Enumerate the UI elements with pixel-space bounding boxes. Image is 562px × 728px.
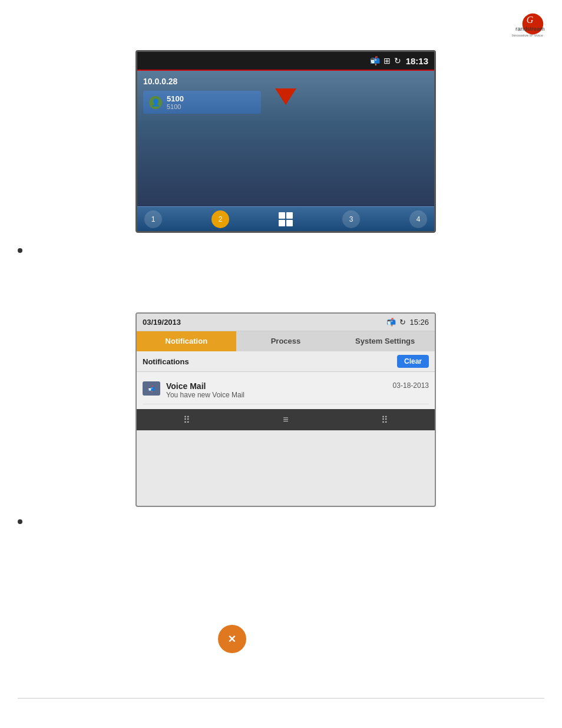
svg-text:randstream: randstream [515,25,544,32]
notif-subtitle: You have new Voice Mail [166,391,387,399]
notifications-title: Notifications [143,357,189,366]
nav-item-3[interactable]: 3 [342,210,360,228]
tab-notification[interactable]: Notification [137,331,236,351]
notification-body: 📬 Voice Mail You have new Voice Mail 03-… [137,372,435,409]
bottom-nav-dots-right[interactable]: ⠿ [381,414,388,426]
voicemail-icon-2: 📬 [386,318,396,327]
svg-text:G: G [527,15,534,25]
voicemail-notif-icon: 📬 [143,381,160,396]
status-bar-1: 📬 ⊞ ↻ 18:13 [137,52,434,71]
notification-header: Notifications Clear [137,351,435,372]
close-circle-icon[interactable]: × [218,625,246,653]
phone-screen-1: 📬 ⊞ ↻ 18:13 10.0.0.28 👤 5100 5100 1 2 3 … [135,50,436,233]
call-sub: 5100 [167,103,184,110]
bullet-area-2 [18,516,27,530]
voicemail-icon: 📬 [370,56,380,65]
bullet-dot-2 [18,519,22,524]
notif-date: 03-18-2013 [393,381,429,390]
arrow-indicator [275,88,296,105]
grandstream-logo: G randstream Innovative IP Voice & Video [497,11,544,43]
grid-icon: ⊞ [384,56,391,65]
call-number: 5100 [167,94,184,103]
nav-item-1[interactable]: 1 [144,210,162,228]
bottom-nav-menu[interactable]: ≡ [283,414,288,425]
notification-item-voicemail: 📬 Voice Mail You have new Voice Mail 03-… [143,377,429,404]
call-item: 👤 5100 5100 [143,91,261,114]
close-icon-area: × [218,625,246,653]
screen-body-1: 10.0.0.28 👤 5100 5100 [137,71,434,206]
close-x-symbol: × [229,631,236,647]
sync-icon: ↻ [394,56,401,65]
status-date: 03/19/2013 [143,318,181,327]
nav-item-4[interactable]: 4 [409,210,427,228]
tab-system-settings-label: System Settings [355,337,415,345]
tab-process[interactable]: Process [236,331,336,351]
ip-address: 10.0.0.28 [143,77,428,86]
grid-nav-icon [279,212,293,226]
content-area [18,245,544,259]
clear-button[interactable]: Clear [397,355,429,368]
status-icons-1: 📬 ⊞ ↻ [370,56,401,65]
tab-notification-label: Notification [166,337,208,345]
bottom-divider [18,698,544,699]
contact-icon: 👤 [149,96,162,109]
notif-content: Voice Mail You have new Voice Mail [166,381,387,399]
nav-center [279,212,293,226]
bottom-nav-2: ⠿ ≡ ⠿ [137,409,435,430]
status-time-1: 18:13 [406,56,428,66]
status-bar-2: 03/19/2013 📬 ↻ 15:26 [137,314,435,331]
tab-system-settings[interactable]: System Settings [335,331,435,351]
bottom-nav-dots-left[interactable]: ⠿ [183,414,190,426]
phone-screen-2: 03/19/2013 📬 ↻ 15:26 Notification Proces… [135,312,436,507]
bullet-item-2 [18,516,27,524]
status-time-2: 15:26 [409,318,429,327]
sync-icon-2: ↻ [399,318,406,327]
nav-item-2[interactable]: 2 [211,210,229,228]
notif-title: Voice Mail [166,381,387,391]
bullet-item-1 [18,245,544,253]
status-icons-2: 📬 ↻ 15:26 [386,318,429,327]
call-info: 5100 5100 [167,94,184,110]
bottom-bar-1: 1 2 3 4 [137,206,434,231]
tabs-bar: Notification Process System Settings [137,331,435,351]
svg-text:Innovative IP Voice & Video: Innovative IP Voice & Video [512,33,544,37]
tab-process-label: Process [271,337,301,345]
bullet-dot-1 [18,248,22,253]
